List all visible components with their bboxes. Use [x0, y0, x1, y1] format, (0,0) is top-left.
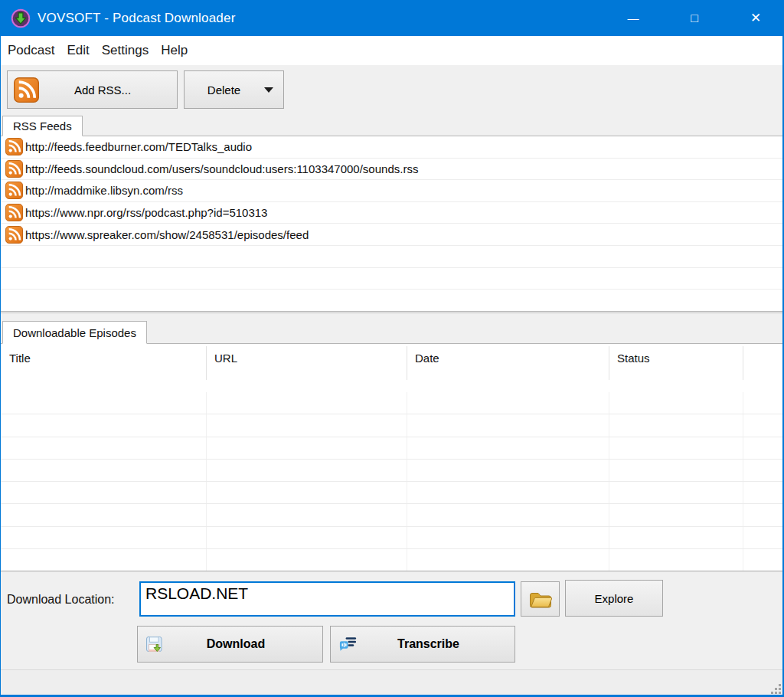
rss-icon: [5, 226, 23, 244]
download-location-label: Download Location:: [7, 593, 115, 607]
rss-icon: [5, 138, 23, 155]
feed-item[interactable]: https://www.spreaker.com/show/2458531/ep…: [1, 224, 782, 246]
titlebar[interactable]: VOVSOFT - Podcast Downloader — □ ✕: [1, 0, 782, 36]
feed-url: http://feeds.feedburner.com/TEDTalks_aud…: [25, 140, 252, 153]
episodes-table: Title URL Date Status: [1, 343, 782, 571]
folder-icon: [529, 591, 552, 608]
transcribe-button-label: Transcribe: [358, 637, 499, 651]
add-rss-button[interactable]: Add RSS...: [7, 70, 178, 109]
feed-item[interactable]: http://feeds.feedburner.com/TEDTalks_aud…: [1, 136, 782, 159]
menu-item-help[interactable]: Help: [155, 43, 194, 58]
column-header-spacer: [743, 344, 782, 392]
feed-url: http://maddmike.libsyn.com/rss: [25, 184, 183, 197]
window-controls: — □ ✕: [590, 0, 782, 36]
feed-row-empty: [1, 246, 782, 268]
panel-splitter[interactable]: [1, 311, 782, 320]
rss-icon: [5, 160, 23, 178]
episode-row-empty: [1, 527, 782, 549]
episodes-table-body: [1, 392, 782, 571]
rss-icon: [5, 204, 23, 221]
download-section: Download Location: Explore: [1, 571, 782, 669]
menu-item-podcast[interactable]: Podcast: [2, 43, 60, 58]
feed-item[interactable]: http://feeds.soundcloud.com/users/soundc…: [1, 159, 782, 181]
rss-icon: [5, 182, 23, 199]
column-header-status[interactable]: Status: [609, 344, 743, 392]
feed-url: https://www.spreaker.com/show/2458531/ep…: [25, 228, 309, 241]
transcribe-button[interactable]: Transcribe: [330, 626, 515, 663]
minimize-button[interactable]: —: [616, 0, 651, 36]
app-window: VOVSOFT - Podcast Downloader — □ ✕ Podca…: [0, 0, 784, 697]
toolbar: Add RSS... Delete: [1, 65, 782, 115]
menu-bar: Podcast Edit Settings Help: [1, 36, 782, 65]
delete-label: Delete: [194, 83, 253, 97]
feed-item[interactable]: https://www.npr.org/rss/podcast.php?id=5…: [1, 202, 782, 224]
tab-rss-feeds[interactable]: RSS Feeds: [2, 116, 83, 136]
column-header-title[interactable]: Title: [1, 344, 206, 392]
status-bar: [1, 669, 782, 695]
add-rss-label: Add RSS...: [39, 83, 166, 97]
feed-row-empty: [1, 290, 782, 311]
download-button-label: Download: [165, 637, 307, 651]
save-download-icon: [145, 635, 165, 654]
resize-grip-icon[interactable]: [771, 683, 781, 693]
episode-row-empty: [1, 414, 782, 437]
rss-icon: [14, 77, 39, 103]
browse-folder-button[interactable]: [521, 581, 560, 617]
episodes-tabstrip: Downloadable Episodes: [1, 320, 782, 343]
chevron-down-icon: [264, 87, 273, 93]
episode-row-empty: [1, 549, 782, 571]
feed-item[interactable]: http://maddmike.libsyn.com/rss: [1, 180, 782, 202]
episode-row-empty: [1, 460, 782, 482]
rss-feed-list: http://feeds.feedburner.com/TEDTalks_aud…: [1, 136, 782, 311]
transcribe-icon: [338, 635, 358, 654]
download-button[interactable]: Download: [137, 626, 323, 663]
window-title: VOVSOFT - Podcast Downloader: [38, 11, 236, 26]
tab-downloadable-episodes[interactable]: Downloadable Episodes: [2, 321, 147, 344]
explore-button[interactable]: Explore: [565, 580, 663, 617]
episode-row-empty: [1, 392, 782, 414]
feed-url: http://feeds.soundcloud.com/users/soundc…: [25, 162, 418, 175]
episodes-table-header: Title URL Date Status: [1, 344, 782, 392]
column-header-url[interactable]: URL: [206, 344, 407, 392]
episode-row-empty: [1, 482, 782, 504]
app-icon: [11, 8, 31, 28]
menu-item-settings[interactable]: Settings: [96, 43, 155, 58]
close-button[interactable]: ✕: [738, 0, 773, 36]
episode-row-empty: [1, 437, 782, 460]
download-location-input[interactable]: [139, 581, 515, 617]
menu-item-edit[interactable]: Edit: [60, 43, 95, 58]
episode-row-empty: [1, 504, 782, 526]
feed-row-empty: [1, 268, 782, 290]
feeds-tabstrip: RSS Feeds: [1, 115, 782, 136]
maximize-button[interactable]: □: [677, 0, 712, 36]
feed-url: https://www.npr.org/rss/podcast.php?id=5…: [25, 206, 267, 219]
column-header-date[interactable]: Date: [407, 344, 609, 392]
delete-button[interactable]: Delete: [184, 70, 284, 109]
